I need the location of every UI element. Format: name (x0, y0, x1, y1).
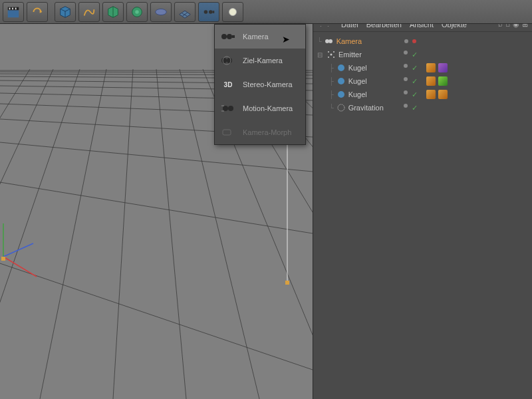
svg-point-59 (228, 106, 233, 111)
tree-branch-icon: └ (317, 37, 322, 46)
tree-row-kugel[interactable]: ├ Kugel ✓ (315, 88, 531, 101)
svg-point-55 (221, 58, 227, 63)
stereo-3d-icon: 3D (220, 78, 236, 91)
tree-label-text: Gravitation (348, 104, 384, 112)
tree-row-kamera[interactable]: └ Kamera (315, 35, 531, 48)
svg-point-68 (328, 57, 329, 58)
tool-redo[interactable] (27, 2, 48, 22)
menu-item-kamera[interactable]: Kamera (215, 25, 305, 49)
menu-label: Kamera (243, 33, 269, 41)
enable-check-icon[interactable]: ✓ (412, 51, 418, 59)
svg-rect-4 (15, 7, 17, 9)
menu-label: Stereo-Kamera (243, 80, 293, 88)
tag-dynamics-icon[interactable] (426, 63, 436, 72)
camera-icon (220, 30, 236, 43)
svg-rect-50 (285, 281, 289, 285)
svg-point-66 (328, 51, 329, 53)
gravitation-icon (336, 103, 346, 112)
tree-label-text: Emitter (338, 51, 362, 59)
svg-point-70 (338, 65, 344, 71)
tree-branch-icon: ├ (329, 90, 334, 99)
menu-item-ziel-kamera[interactable]: Ziel-Kamera (215, 49, 305, 72)
svg-point-14 (156, 9, 167, 15)
tool-clapperboard[interactable] (3, 2, 24, 22)
tree-row-kugel[interactable]: ├ Kugel ✓ (315, 61, 531, 74)
tool-subdiv[interactable] (126, 2, 148, 22)
svg-point-56 (227, 58, 232, 63)
tag-dynamics-icon[interactable] (426, 76, 436, 86)
sphere-icon (336, 76, 346, 86)
svg-point-64 (329, 39, 332, 43)
tag-dynamics-icon[interactable] (426, 90, 436, 99)
tool-extrude[interactable] (102, 2, 124, 22)
svg-point-69 (333, 57, 334, 58)
camera-icon (325, 37, 334, 46)
enable-check-icon[interactable]: ✓ (412, 90, 418, 99)
menu-item-stereo-kamera[interactable]: 3D Stereo-Kamera (215, 72, 305, 96)
svg-point-18 (204, 10, 208, 14)
tool-light[interactable] (222, 2, 243, 22)
tag-material-icon[interactable] (438, 63, 448, 72)
menu-label: Motion-Kamera (243, 104, 293, 112)
visibility-dot-icon[interactable] (404, 64, 408, 68)
tag-material-icon[interactable] (438, 76, 448, 86)
svg-rect-3 (12, 7, 13, 9)
tree-row-gravitation[interactable]: └ Gravitation ✓ (315, 101, 531, 114)
svg-point-71 (338, 78, 344, 84)
motion-camera-icon (220, 102, 236, 115)
menu-item-kamera-morph: Kamera-Morph (215, 120, 305, 144)
tree-label-text: Kugel (348, 90, 367, 98)
svg-point-13 (135, 10, 139, 14)
camera-dropdown-menu: Kamera Ziel-Kamera 3D Stereo-Kamera Moti… (214, 24, 306, 145)
svg-rect-62 (223, 130, 231, 135)
tree-row-emitter[interactable]: ⊟ Emitter ✓ (315, 48, 531, 61)
enable-check-icon[interactable]: ✓ (412, 104, 418, 112)
main-toolbar (0, 0, 532, 24)
sphere-icon (336, 90, 346, 99)
object-manager-panel: Objekte Content Browser Struktur ⋮⋮ Date… (313, 0, 532, 399)
tree-collapse-icon[interactable]: ⊟ (317, 51, 324, 59)
target-camera-icon (220, 54, 236, 67)
visibility-dot-icon[interactable] (404, 51, 408, 55)
tree-branch-icon: ├ (329, 64, 334, 72)
tree-label-text: Kamera (336, 37, 362, 45)
svg-point-53 (227, 34, 232, 39)
tree-branch-icon: ├ (329, 77, 334, 86)
tag-material-icon[interactable] (438, 90, 448, 99)
visibility-dot-icon[interactable] (404, 77, 408, 81)
menu-label: Kamera-Morph (243, 128, 291, 136)
tree-label-text: Kugel (348, 77, 367, 85)
svg-point-21 (229, 8, 237, 15)
tool-spline[interactable] (78, 2, 100, 22)
svg-rect-51 (1, 257, 5, 261)
morph-camera-icon (220, 126, 236, 139)
tool-camera[interactable] (198, 2, 219, 22)
svg-point-58 (223, 106, 228, 111)
tool-cube[interactable] (55, 2, 76, 22)
svg-rect-0 (8, 10, 19, 17)
tool-plane[interactable] (150, 2, 172, 22)
visibility-dot-icon[interactable] (404, 90, 408, 94)
tool-floor[interactable] (174, 2, 196, 22)
svg-rect-54 (232, 35, 235, 38)
tree-branch-icon: └ (329, 104, 334, 112)
svg-rect-2 (9, 7, 11, 9)
svg-point-67 (333, 51, 334, 53)
render-dot-icon[interactable] (412, 39, 416, 43)
menu-item-motion-kamera[interactable]: Motion-Kamera (215, 96, 305, 120)
tree-row-kugel[interactable]: ├ Kugel ✓ (315, 74, 531, 88)
object-tree: └ Kamera ⊟ Emitter ✓ ├ Kugel ✓ (313, 32, 532, 117)
visibility-dot-icon[interactable] (404, 39, 408, 43)
menu-label: Ziel-Kamera (243, 57, 283, 65)
svg-point-19 (209, 10, 213, 14)
svg-rect-20 (213, 11, 215, 13)
sphere-icon (336, 63, 346, 72)
emitter-icon (327, 50, 336, 59)
svg-point-73 (338, 104, 344, 111)
svg-point-72 (338, 91, 344, 98)
enable-check-icon[interactable]: ✓ (412, 64, 418, 72)
enable-check-icon[interactable]: ✓ (412, 77, 418, 86)
svg-point-52 (221, 34, 227, 39)
visibility-dot-icon[interactable] (404, 104, 408, 108)
tree-label-text: Kugel (348, 64, 367, 72)
